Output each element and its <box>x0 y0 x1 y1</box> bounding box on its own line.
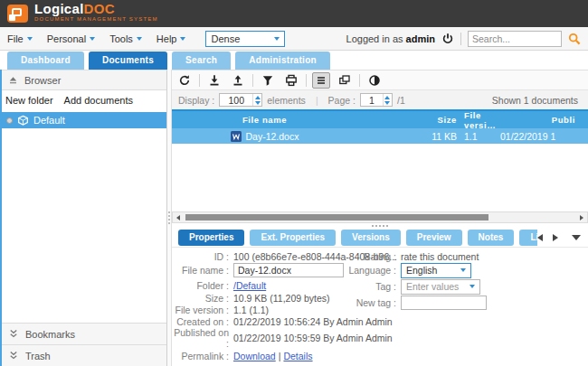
tag-select-placeholder: Enter values <box>406 281 459 292</box>
search-icon[interactable] <box>568 33 581 45</box>
divider <box>306 74 307 87</box>
scroll-left-button[interactable] <box>173 212 184 222</box>
page-label: Page : <box>328 95 356 106</box>
stepper-arrows[interactable] <box>383 94 392 106</box>
divider <box>460 33 461 45</box>
logo-tagline: DOCUMENT MANAGEMENT SYSTEM <box>34 14 158 24</box>
column-header-file-version[interactable]: File versi… <box>457 110 500 130</box>
file-name-field[interactable] <box>233 263 344 277</box>
tabs-scroll-right-icon[interactable] <box>553 234 558 241</box>
tab-links[interactable]: Links <box>519 230 537 246</box>
divider <box>199 74 200 87</box>
refresh-button[interactable] <box>175 72 194 89</box>
folder-link[interactable]: /Default <box>233 280 266 291</box>
chevron-down-icon <box>180 37 185 41</box>
sidebar-section-browser[interactable]: Browser <box>0 70 166 90</box>
sidebar-section-bookmarks[interactable]: Bookmarks <box>0 323 166 344</box>
gallery-view-button[interactable] <box>336 72 354 89</box>
display-count-value: 100 <box>220 95 252 106</box>
tab-properties[interactable]: Properties <box>178 230 244 246</box>
tab-administration[interactable]: Administration <box>235 52 330 70</box>
new-folder-button[interactable]: New folder <box>5 95 53 106</box>
tree-expand-knob[interactable] <box>6 117 13 124</box>
bookmarks-section-title: Bookmarks <box>25 329 75 340</box>
column-header-file-name[interactable]: File name <box>172 115 357 125</box>
permalink-download-link[interactable]: Download <box>233 351 276 361</box>
published-on-label: Published on : <box>172 327 233 349</box>
tag-select[interactable]: Enter values <box>401 279 480 295</box>
table-row[interactable]: Day-12.docx 11 KB 1.1 01/22/2019 1 <box>172 128 588 144</box>
permalink-details-link[interactable]: Details <box>283 351 312 361</box>
folder-tree-item-default[interactable]: Default <box>0 112 166 128</box>
scroll-right-button[interactable] <box>576 212 587 222</box>
grid-pager: Display : 100 elements | Page : 1 /1 Sho… <box>172 90 588 109</box>
new-tag-field[interactable] <box>401 296 487 310</box>
app-logo: LogicalDOC DOCUMENT MANAGEMENT SYSTEM <box>34 4 158 24</box>
density-select[interactable]: Dense <box>205 31 285 47</box>
print-button[interactable] <box>282 72 300 89</box>
upload-button[interactable] <box>229 72 247 89</box>
rating-value[interactable]: rate this document <box>401 251 479 262</box>
column-header-size[interactable]: Size <box>357 115 457 125</box>
tab-search[interactable]: Search <box>172 52 231 70</box>
page-number-stepper[interactable]: 1 <box>360 93 393 107</box>
menu-help[interactable]: Help <box>156 33 186 44</box>
file-name-label: File name : <box>172 265 233 276</box>
refresh-icon <box>178 74 191 87</box>
tab-notes[interactable]: Notes <box>468 230 515 246</box>
menu-personal[interactable]: Personal <box>47 33 95 44</box>
menu-tools-label: Tools <box>109 33 133 44</box>
filter-button[interactable] <box>259 72 277 89</box>
logicaldoc-logo-icon <box>7 5 28 23</box>
gallery-view-icon <box>338 74 351 87</box>
row-file-name: Day-12.docx <box>246 131 299 142</box>
tab-ext-properties[interactable]: Ext. Properties <box>250 230 336 246</box>
upload-icon <box>232 74 244 87</box>
grid-header-row: File name Size File versi… Publi <box>172 109 588 128</box>
chevron-down-icon <box>90 37 95 41</box>
download-button[interactable] <box>205 72 223 89</box>
list-view-button[interactable] <box>312 72 330 89</box>
sidebar-section-trash[interactable]: Trash <box>0 344 166 366</box>
app-header: LogicalDOC DOCUMENT MANAGEMENT SYSTEM <box>0 0 588 27</box>
tabs-scroll-left-icon[interactable] <box>537 234 543 241</box>
contrast-toggle-button[interactable] <box>365 72 384 89</box>
scrollbar-thumb[interactable] <box>185 214 488 221</box>
print-icon <box>285 74 298 87</box>
menu-file-label: File <box>7 33 24 44</box>
menu-tools[interactable]: Tools <box>109 33 142 44</box>
main-tab-bar: Dashboard Documents Search Administratio… <box>0 51 588 70</box>
tab-dashboard[interactable]: Dashboard <box>7 52 84 70</box>
arrow-left-icon <box>176 215 180 221</box>
row-published-date: 01/22/2019 1 <box>500 131 588 142</box>
published-on-value: 01/22/2019 10:59:59 By Admin Admin <box>233 333 393 343</box>
row-file-version: 1.1 <box>457 131 500 142</box>
search-input[interactable] <box>468 31 562 47</box>
menu-help-label: Help <box>156 33 177 44</box>
filter-icon <box>261 74 274 87</box>
tab-versions[interactable]: Versions <box>341 230 401 246</box>
tabs-overflow-menu-icon[interactable] <box>572 235 581 240</box>
row-size: 11 KB <box>357 131 457 142</box>
menu-file[interactable]: File <box>7 33 33 44</box>
tag-label: Tag : <box>340 281 401 292</box>
trash-section-title: Trash <box>25 351 51 361</box>
tab-preview[interactable]: Preview <box>406 230 462 246</box>
menu-bar: File Personal Tools Help Dense Logged in… <box>0 27 588 51</box>
display-count-stepper[interactable]: 100 <box>219 93 262 107</box>
language-select[interactable]: English <box>401 263 471 278</box>
browser-section-title: Browser <box>24 75 61 86</box>
add-documents-button[interactable]: Add documents <box>64 95 133 106</box>
logout-power-icon[interactable] <box>441 33 454 45</box>
tab-documents[interactable]: Documents <box>89 52 167 70</box>
collapse-up-icon <box>8 75 18 85</box>
column-header-published[interactable]: Publi <box>500 115 588 125</box>
list-view-icon <box>315 74 327 87</box>
double-chevron-down-icon <box>8 351 19 361</box>
horizontal-scrollbar[interactable] <box>172 211 588 223</box>
created-on-label: Created on : <box>172 316 233 327</box>
permalink-label: Permalink : <box>172 351 233 361</box>
stepper-arrows[interactable] <box>252 94 261 106</box>
language-select-value: English <box>406 265 437 276</box>
double-chevron-down-icon <box>8 329 19 339</box>
